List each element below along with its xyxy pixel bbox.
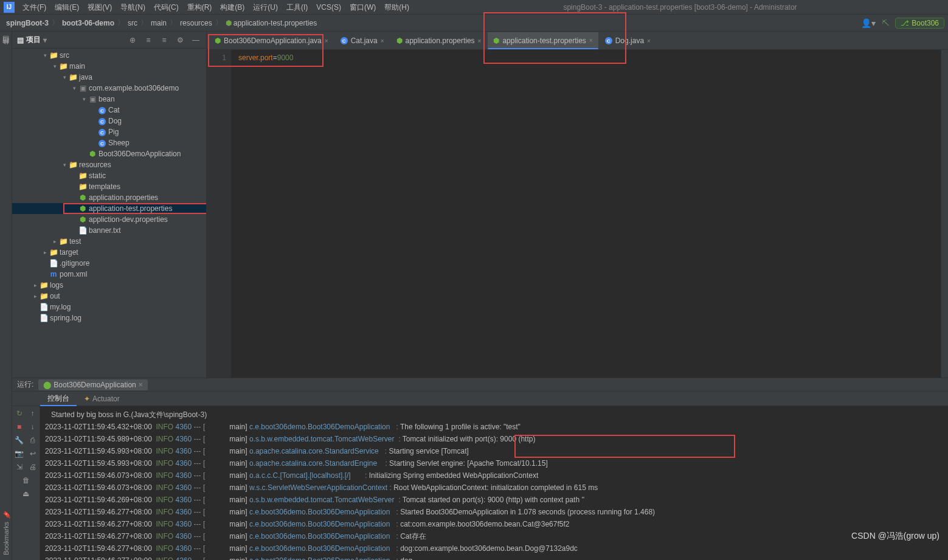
expand-all-icon[interactable]: ≡	[143, 36, 154, 44]
gc-icon[interactable]: 🗑	[21, 475, 31, 485]
tree-row[interactable]: ▸📁out	[12, 291, 206, 302]
menu-item[interactable]: 构建(B)	[216, 0, 249, 15]
run-toolbar: ↻↑ ■↓ 🔧⎙ 📷↩ ⇲🖨 🗑 ⏏	[12, 406, 40, 560]
menu-item[interactable]: 导航(N)	[116, 0, 150, 15]
breadcrumb-item[interactable]: ⬢application-test.properties	[223, 19, 319, 27]
window-title: spingBoot-3 - application-test.propertie…	[413, 3, 947, 12]
tree-row[interactable]: ▸📁test	[12, 236, 206, 247]
run-panel: 运行: ⬤Boot306DemoApplication × 控制台✦Actuat…	[12, 378, 948, 560]
git-branch-pill[interactable]: ⎇Boot306	[895, 18, 944, 29]
tree-row[interactable]: CSheep	[12, 137, 206, 148]
breadcrumb-item[interactable]: main	[148, 19, 169, 27]
stop-icon[interactable]: ■	[15, 422, 24, 432]
camera-icon[interactable]: 📷	[15, 449, 24, 458]
print-icon[interactable]: 🖨	[28, 462, 38, 472]
run-tab[interactable]: ✦Actuator	[77, 392, 127, 406]
editor-tab[interactable]: ⬢application-test.properties×	[488, 32, 598, 49]
tree-row[interactable]: ⬢Boot306DemoApplication	[12, 148, 206, 159]
tree-row[interactable]: CCat	[12, 105, 206, 116]
up-icon[interactable]: ↑	[28, 409, 38, 418]
menu-item[interactable]: 视图(V)	[83, 0, 116, 15]
console-output[interactable]: Started by big boss in G.(Java文件\spingBo…	[40, 406, 948, 560]
menu-item[interactable]: 运行(U)	[249, 0, 282, 15]
menu-item[interactable]: 代码(C)	[150, 0, 183, 15]
collapse-all-icon[interactable]: ≡	[159, 36, 170, 44]
menu-item[interactable]: 窗口(W)	[345, 0, 380, 15]
tree-row[interactable]: ▾📁main	[12, 61, 206, 72]
user-icon[interactable]: 👤▾	[861, 18, 876, 28]
close-icon[interactable]: ×	[381, 38, 384, 44]
export-icon[interactable]: ⇲	[15, 462, 24, 472]
down-icon[interactable]: ↓	[28, 422, 38, 432]
tree-row[interactable]: ▸📁logs	[12, 280, 206, 291]
close-icon[interactable]: ×	[325, 38, 328, 44]
left-tool-gutter: ▤ 结构 Bookmarks🔖	[0, 32, 12, 560]
close-icon[interactable]: ×	[647, 38, 651, 44]
bookmarks-tool-label[interactable]: Bookmarks🔖	[2, 511, 10, 555]
menu-item[interactable]: 重构(R)	[183, 0, 216, 15]
breadcrumb-item[interactable]: spingBoot-3	[4, 19, 51, 27]
run-label: 运行:	[17, 379, 33, 390]
tree-row[interactable]: ▸📁target	[12, 247, 206, 258]
breadcrumb: spingBoot-3〉boot3-06-demo〉src〉main〉resou…	[0, 15, 948, 32]
menu-item[interactable]: 帮助(H)	[380, 0, 413, 15]
tree-row[interactable]: ▾▣bean	[12, 94, 206, 105]
breadcrumb-item[interactable]: src	[125, 19, 140, 27]
tree-row[interactable]: ▾▣com.example.boot306demo	[12, 83, 206, 94]
run-config-chip[interactable]: ⬤Boot306DemoApplication ×	[38, 379, 147, 390]
filter-icon[interactable]: ⎙	[28, 435, 38, 445]
tree-row[interactable]: ▾📁java	[12, 72, 206, 83]
project-tool-icon[interactable]: ▤	[2, 34, 9, 43]
tree-row[interactable]: ⬢appliction-dev.properties	[12, 214, 206, 225]
select-opened-file-icon[interactable]: ⊕	[127, 36, 138, 44]
tree-row[interactable]: ⬢application.properties	[12, 192, 206, 203]
tree-row[interactable]: CPig	[12, 126, 206, 137]
tree-row[interactable]: 📄spring.log	[12, 313, 206, 323]
settings-icon[interactable]: ⚙	[175, 36, 185, 44]
menu-item[interactable]: 文件(F)	[18, 0, 50, 15]
ij-logo-icon: IJ	[4, 2, 15, 13]
tree-row[interactable]: ⬢application-test.properties	[12, 203, 206, 214]
tree-row[interactable]: 📄.gitignore	[12, 258, 206, 269]
wrench-icon[interactable]: 🔧	[15, 435, 24, 445]
tree-row[interactable]: ▾📁resources	[12, 159, 206, 170]
menu-item[interactable]: VCS(S)	[312, 0, 345, 15]
build-icon[interactable]: ⛏	[882, 19, 889, 27]
editor-tab[interactable]: ⬢application.properties×	[391, 32, 487, 49]
editor-tab[interactable]: ⬢Boot306DemoApplication.java×	[209, 32, 334, 49]
editor-tabs: ⬢Boot306DemoApplication.java×CCat.java×⬢…	[207, 32, 948, 50]
editor-tab[interactable]: CCat.java×	[335, 32, 390, 49]
run-tab[interactable]: 控制台	[40, 392, 77, 406]
rerun-icon[interactable]: ↻	[15, 409, 24, 418]
menu-item[interactable]: 编辑(E)	[50, 0, 83, 15]
editor-tab[interactable]: CDog.java×	[600, 32, 656, 49]
project-panel-title: ▤ 项目 ▾	[17, 35, 122, 45]
tree-row[interactable]: ▾📁src	[12, 50, 206, 61]
close-icon[interactable]: ×	[589, 37, 593, 44]
menu-item[interactable]: 工具(I)	[282, 0, 312, 15]
tree-row[interactable]: 📄my.log	[12, 302, 206, 313]
exit-icon[interactable]: ⏏	[21, 489, 31, 499]
tree-row[interactable]: 📁templates	[12, 181, 206, 192]
menu-bar: IJ 文件(F)编辑(E)视图(V)导航(N)代码(C)重构(R)构建(B)运行…	[0, 0, 948, 15]
tree-row[interactable]: 📄banner.txt	[12, 225, 206, 236]
tree-row[interactable]: 📁static	[12, 170, 206, 181]
tree-row[interactable]: mpom.xml	[12, 269, 206, 280]
hide-icon[interactable]: —	[190, 36, 201, 44]
wrap-icon[interactable]: ↩	[28, 449, 38, 458]
breadcrumb-item[interactable]: resources	[178, 19, 215, 27]
run-tabs: 控制台✦Actuator	[12, 392, 948, 406]
tree-row[interactable]: CDog	[12, 116, 206, 126]
close-icon[interactable]: ×	[478, 38, 482, 44]
watermark: CSDN @冯浩(grow up)	[851, 531, 939, 542]
breadcrumb-item[interactable]: boot3-06-demo	[60, 19, 117, 27]
